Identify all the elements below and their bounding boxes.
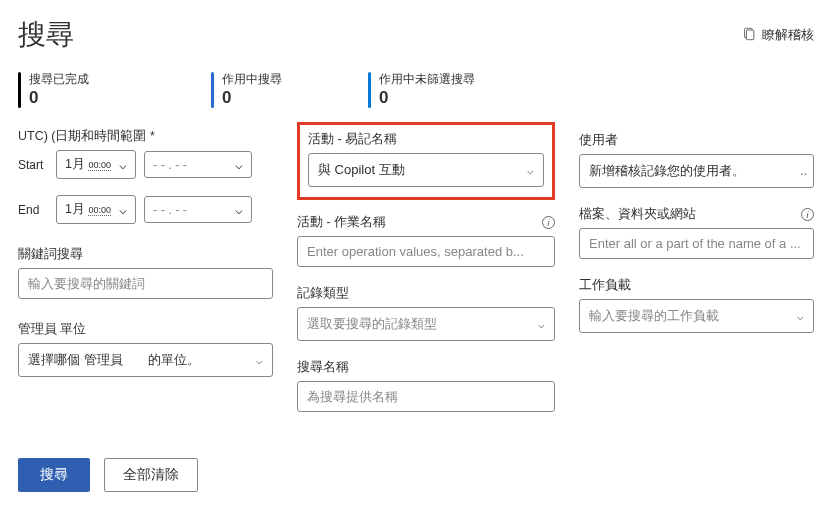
learn-audit-link[interactable]: 瞭解稽核: [742, 26, 814, 44]
start-label: Start: [18, 158, 48, 172]
keyword-label: 關鍵詞搜尋: [18, 246, 273, 263]
chevron-down-icon: ⌵: [119, 157, 127, 172]
stat-completed-value: 0: [29, 88, 89, 108]
chevron-down-icon: ⌵: [527, 164, 534, 177]
info-icon[interactable]: i: [542, 216, 555, 229]
activity-op-input[interactable]: [297, 236, 555, 267]
stat-unfiltered-value: 0: [379, 88, 475, 108]
workload-select[interactable]: 輸入要搜尋的工作負載 ⌵: [579, 299, 814, 333]
chevron-down-icon: ⌵: [797, 310, 804, 323]
stat-bar-icon: [18, 72, 21, 108]
admin-unit-label: 管理員 單位: [18, 321, 273, 338]
record-type-value: 選取要搜尋的記錄類型: [307, 315, 437, 333]
users-input[interactable]: 新增稽核記錄您的使用者。 ..: [579, 154, 814, 188]
stat-completed-label: 搜尋已完成: [29, 72, 89, 86]
search-name-label: 搜尋名稱: [297, 359, 555, 376]
start-time-picker[interactable]: - - . - - ⌵: [144, 151, 252, 178]
record-type-label: 記錄類型: [297, 285, 555, 302]
chevron-down-icon: ⌵: [256, 354, 263, 367]
activity-op-label: 活動 - 作業名稱: [297, 214, 386, 231]
admin-unit-value: 選擇哪個 管理員 的單位。: [28, 351, 200, 369]
activity-friendly-value: 與 Copilot 互動: [318, 161, 405, 179]
end-time-value: - - . - -: [153, 203, 187, 217]
documents-icon: [742, 27, 756, 44]
date-range-label: UTC) (日期和時間範圍 *: [18, 128, 273, 145]
start-date-picker[interactable]: 1月 00:00 ⌵: [56, 150, 136, 179]
search-name-input[interactable]: [297, 381, 555, 412]
stat-bar-icon: [211, 72, 214, 108]
end-date-value: 1月 00:00: [65, 201, 111, 218]
stat-active: 作用中搜尋 0: [211, 72, 282, 108]
stat-completed: 搜尋已完成 0: [18, 72, 89, 108]
activity-friendly-label: 活動 - 易記名稱: [308, 131, 544, 148]
activity-friendly-select[interactable]: 與 Copilot 互動 ⌵: [308, 153, 544, 187]
chevron-down-icon: ⌵: [235, 202, 243, 217]
ellipsis-icon: ..: [800, 164, 807, 178]
admin-unit-select[interactable]: 選擇哪個 管理員 的單位。 ⌵: [18, 343, 273, 377]
activity-friendly-highlight: 活動 - 易記名稱 與 Copilot 互動 ⌵: [297, 122, 555, 200]
workload-value: 輸入要搜尋的工作負載: [589, 307, 719, 325]
stat-active-value: 0: [222, 88, 282, 108]
record-type-select[interactable]: 選取要搜尋的記錄類型 ⌵: [297, 307, 555, 341]
stat-unfiltered: 作用中未篩選搜尋 0: [368, 72, 475, 108]
workload-label: 工作負載: [579, 277, 814, 294]
search-button[interactable]: 搜尋: [18, 458, 90, 492]
end-time-picker[interactable]: - - . - - ⌵: [144, 196, 252, 223]
keyword-input[interactable]: [18, 268, 273, 299]
chevron-down-icon: ⌵: [538, 318, 545, 331]
users-value: 新增稽核記錄您的使用者。: [589, 162, 745, 180]
start-date-value: 1月 00:00: [65, 156, 111, 173]
end-label: End: [18, 203, 48, 217]
start-time-value: - - . - -: [153, 158, 187, 172]
page-title: 搜尋: [18, 16, 74, 54]
file-folder-site-label: 檔案、資料夾或網站: [579, 206, 696, 223]
svg-rect-1: [746, 30, 753, 40]
clear-all-button[interactable]: 全部清除: [104, 458, 198, 492]
end-date-picker[interactable]: 1月 00:00 ⌵: [56, 195, 136, 224]
file-folder-site-input[interactable]: [579, 228, 814, 259]
info-icon[interactable]: i: [801, 208, 814, 221]
users-label: 使用者: [579, 132, 814, 149]
stat-unfiltered-label: 作用中未篩選搜尋: [379, 72, 475, 86]
stat-active-label: 作用中搜尋: [222, 72, 282, 86]
learn-audit-label: 瞭解稽核: [762, 26, 814, 44]
stat-bar-icon: [368, 72, 371, 108]
chevron-down-icon: ⌵: [119, 202, 127, 217]
chevron-down-icon: ⌵: [235, 157, 243, 172]
